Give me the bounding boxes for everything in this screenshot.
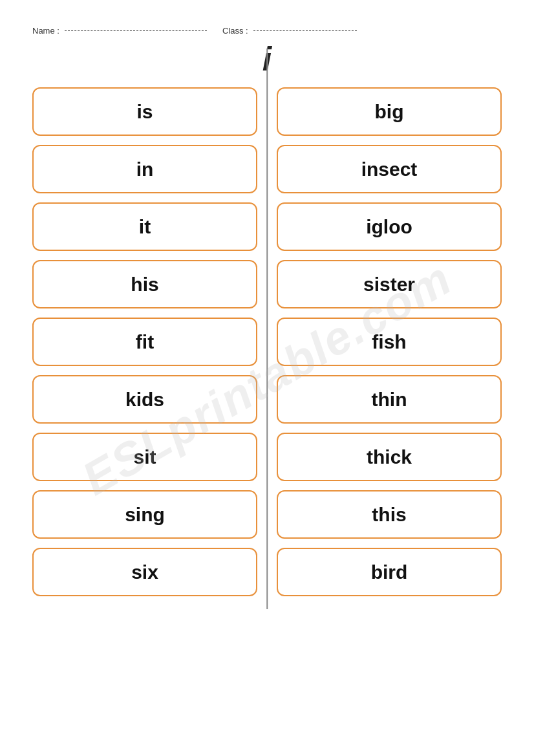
word-card-right: thin (277, 375, 502, 424)
name-line (65, 30, 207, 31)
words-container: isbigininsectitigloohissisterfitfishkids… (32, 87, 502, 596)
class-label: Class : (222, 26, 248, 36)
word-card-right: insect (277, 145, 502, 193)
word-card-right: big (277, 87, 502, 136)
name-label: Name : (32, 26, 59, 36)
word-card-left: it (32, 202, 257, 251)
word-card-left: six (32, 548, 257, 596)
words-grid: isbigininsectitigloohissisterfitfishkids… (32, 87, 502, 596)
word-card-right: bird (277, 548, 502, 596)
page: Name : Class : i isbigininsectitigloohis… (0, 0, 534, 756)
word-card-left: his (32, 260, 257, 308)
word-card-right: this (277, 490, 502, 539)
word-card-right: thick (277, 433, 502, 481)
word-card-left: fit (32, 318, 257, 366)
class-field-area: Class : (222, 26, 359, 36)
word-card-left: sing (32, 490, 257, 539)
class-line (253, 30, 357, 31)
word-card-left: kids (32, 375, 257, 424)
word-card-right: fish (277, 318, 502, 366)
word-card-right: sister (277, 260, 502, 308)
name-field-area: Name : (32, 26, 209, 36)
word-card-left: is (32, 87, 257, 136)
word-card-left: in (32, 145, 257, 193)
word-card-right: igloo (277, 202, 502, 251)
word-card-left: sit (32, 433, 257, 481)
header: Name : Class : (32, 26, 502, 36)
